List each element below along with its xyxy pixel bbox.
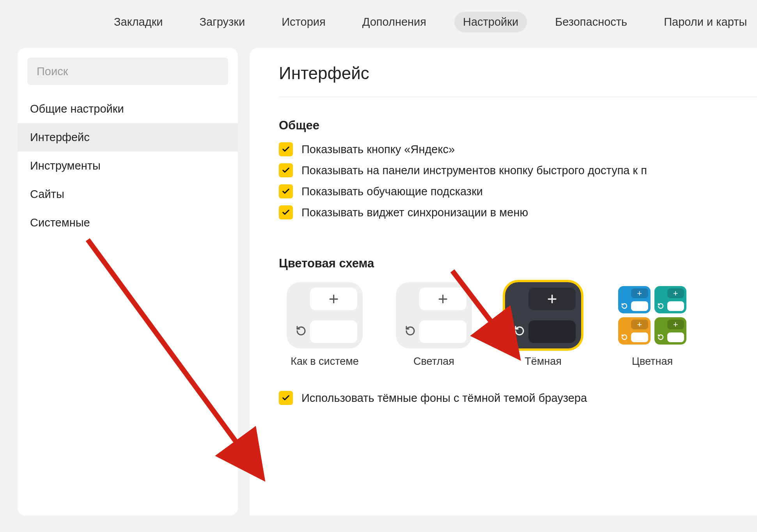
theme-thumb-dark: + — [505, 282, 581, 348]
plus-icon: + — [329, 290, 339, 308]
plus-icon: + — [673, 320, 678, 329]
sidebar-item-sites[interactable]: Сайты — [18, 180, 238, 209]
checkbox-label: Использовать тёмные фоны с тёмной темой … — [301, 392, 587, 405]
check-icon — [282, 166, 290, 175]
reload-icon — [294, 324, 308, 338]
settings-sidebar: Общие настройки Интерфейс Инструменты Са… — [18, 48, 238, 516]
theme-option-colorful[interactable]: + + + + Цветная — [614, 282, 690, 368]
sidebar-item-system[interactable]: Системные — [18, 209, 238, 237]
tab-passwords[interactable]: Пароли и карты — [655, 12, 755, 32]
settings-main: Интерфейс Общее Показывать кнопку «Яндек… — [250, 48, 757, 516]
plus-icon: + — [547, 290, 557, 308]
reload-icon — [404, 324, 417, 338]
check-icon — [282, 145, 290, 154]
sidebar-item-tools[interactable]: Инструменты — [18, 152, 238, 180]
plus-icon: + — [637, 289, 642, 298]
theme-picker: + Как в системе + Светлая — [279, 282, 757, 368]
check-row-sync-widget: Показывать виджет синхронизации в меню — [279, 205, 757, 219]
check-row-hints: Показывать обучающие подсказки — [279, 184, 757, 198]
theme-thumb-colorful: + + + + — [614, 282, 690, 348]
checkbox-label: Показывать на панели инструментов кнопку… — [301, 164, 647, 177]
check-row-dark-backgrounds: Использовать тёмные фоны с тёмной темой … — [279, 391, 757, 405]
checkbox-dark-backgrounds[interactable] — [279, 391, 293, 405]
check-row-toolbar-quick: Показывать на панели инструментов кнопку… — [279, 163, 757, 177]
reload-icon — [657, 334, 664, 341]
theme-thumb-system: + — [287, 282, 363, 348]
checkbox-hints[interactable] — [279, 184, 293, 198]
search-input[interactable] — [27, 58, 228, 85]
section-scheme-title: Цветовая схема — [279, 256, 757, 270]
plus-icon: + — [673, 289, 678, 298]
reload-icon — [513, 324, 526, 338]
theme-thumb-light: + — [396, 282, 472, 348]
checkbox-label: Показывать кнопку «Яндекс» — [301, 143, 455, 156]
reload-icon — [621, 334, 628, 341]
reload-icon — [621, 302, 628, 309]
check-icon — [282, 208, 290, 217]
plus-icon: + — [637, 320, 642, 329]
checkbox-yandex-button[interactable] — [279, 142, 293, 156]
tab-history[interactable]: История — [273, 12, 334, 32]
checkbox-sync-widget[interactable] — [279, 205, 293, 219]
sidebar-item-general[interactable]: Общие настройки — [18, 95, 238, 123]
theme-option-dark[interactable]: + Тёмная — [505, 282, 581, 368]
tab-security[interactable]: Безопасность — [546, 12, 636, 32]
theme-label: Как в системе — [291, 355, 359, 368]
top-nav: Закладки Загрузки История Дополнения Нас… — [0, 0, 757, 48]
theme-label: Цветная — [632, 355, 673, 368]
checkbox-toolbar-quick[interactable] — [279, 163, 293, 177]
theme-label: Светлая — [413, 355, 454, 368]
theme-label: Тёмная — [525, 355, 562, 368]
tab-downloads[interactable]: Загрузки — [191, 12, 254, 32]
check-icon — [282, 394, 290, 402]
tab-settings[interactable]: Настройки — [454, 12, 527, 32]
tab-bookmarks[interactable]: Закладки — [105, 12, 172, 32]
check-icon — [282, 187, 290, 196]
reload-icon — [657, 302, 664, 309]
plus-icon: + — [438, 290, 448, 308]
section-general-title: Общее — [279, 118, 757, 133]
page-title: Интерфейс — [279, 64, 757, 97]
tab-addons[interactable]: Дополнения — [354, 12, 435, 32]
theme-option-system[interactable]: + Как в системе — [287, 282, 363, 368]
checkbox-label: Показывать виджет синхронизации в меню — [301, 206, 528, 219]
theme-option-light[interactable]: + Светлая — [396, 282, 472, 368]
sidebar-item-interface[interactable]: Интерфейс — [18, 123, 238, 152]
check-row-yandex-button: Показывать кнопку «Яндекс» — [279, 142, 757, 156]
checkbox-label: Показывать обучающие подсказки — [301, 185, 483, 198]
